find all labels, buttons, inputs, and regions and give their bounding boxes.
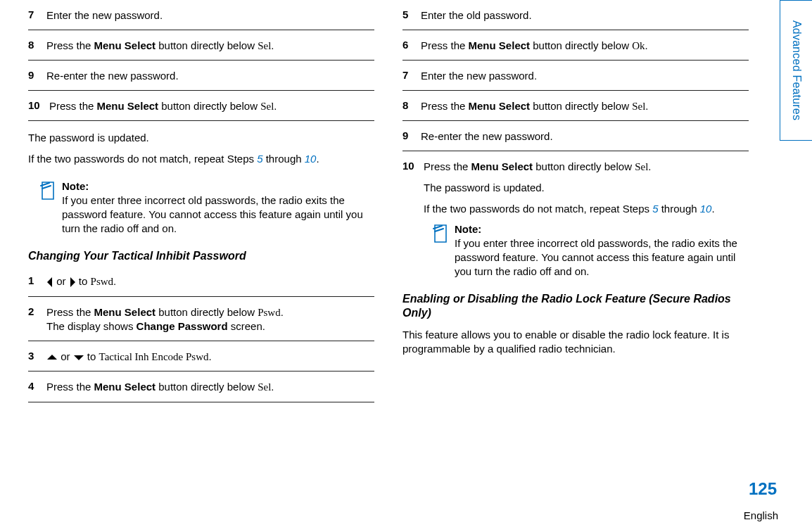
step-number: 7 (28, 8, 46, 20)
up-arrow-icon (46, 354, 58, 361)
step-text: or to Tactical Inh Encode Pswd. (46, 350, 374, 364)
svg-marker-1 (70, 277, 75, 287)
section-title: Changing Your Tactical Inhibit Password (28, 245, 374, 267)
step-number: 8 (402, 99, 421, 111)
step-number: 3 (28, 350, 46, 362)
step-text: Re-enter the new password. (46, 69, 374, 83)
note-title: Note: (455, 223, 481, 235)
step-row: 4 Press the Menu Select button directly … (28, 372, 374, 402)
step-text: Enter the new password. (46, 8, 374, 23)
note-block: Note: If you enter three incorrect old p… (402, 217, 749, 288)
side-tab: Advanced Features (780, 0, 812, 141)
language-label: English (744, 509, 778, 521)
step-row: 8 Press the Menu Select button directly … (28, 30, 374, 61)
mismatch-text: If the two passwords do not match, repea… (28, 152, 374, 166)
after-steps: The password is updated. If the two pass… (28, 121, 374, 174)
step-number: 2 (28, 305, 46, 317)
note-icon (431, 222, 455, 246)
step-text: or to Pswd. (46, 274, 374, 289)
step-text: Press the Menu Select button directly be… (46, 39, 374, 53)
step-row: 9 Re-enter the new password. (28, 61, 374, 91)
svg-marker-3 (74, 355, 84, 360)
step-text: Press the Menu Select button directly be… (421, 39, 749, 53)
step-number: 1 (28, 274, 46, 286)
step-row: 9 Re-enter the new password. (402, 121, 749, 151)
step-link[interactable]: 5 (652, 203, 658, 215)
step-number: 10 (28, 99, 49, 111)
svg-marker-2 (47, 355, 57, 360)
step-row: 6 Press the Menu Select button directly … (402, 30, 749, 61)
step-row: 10 Press the Menu Select button directly… (402, 151, 749, 288)
step-link[interactable]: 10 (305, 153, 317, 165)
svg-marker-0 (47, 277, 52, 287)
left-column: 7 Enter the new password. 8 Press the Me… (28, 0, 388, 527)
note-body: If you enter three incorrect old passwor… (62, 194, 363, 235)
left-arrow-icon (46, 277, 53, 288)
step-row: 10 Press the Menu Select button directly… (28, 91, 374, 122)
step-number: 5 (402, 8, 421, 20)
down-arrow-icon (73, 354, 84, 361)
page-number: 125 (749, 479, 777, 499)
side-tab-label: Advanced Features (790, 20, 803, 120)
step-text: Press the Menu Select button directly be… (46, 380, 374, 395)
step-number: 8 (28, 39, 46, 51)
step-result-block: The password is updated. If the two pass… (402, 181, 749, 217)
result-text: The password is updated. (28, 131, 374, 145)
step-text: Press the Menu Select button directly be… (421, 99, 749, 114)
step-number: 6 (402, 39, 421, 51)
right-column: 5 Enter the old password. 6 Press the Me… (388, 0, 770, 527)
step-row: 8 Press the Menu Select button directly … (402, 91, 749, 122)
section-paragraph: This feature allows you to enable or dis… (402, 324, 749, 364)
step-text: Re-enter the new password. (421, 129, 749, 144)
note-icon (38, 179, 62, 203)
section-title: Enabling or Disabling the Radio Lock Fea… (402, 288, 749, 324)
step-row: 5 Enter the old password. (402, 0, 749, 30)
step-row: 1 or to Pswd. (28, 266, 374, 297)
step-number: 7 (402, 69, 421, 81)
step-row: 3 or to Tactical Inh Encode Pswd. (28, 341, 374, 372)
step-number: 9 (28, 69, 46, 81)
step-link[interactable]: 5 (257, 153, 262, 165)
step-text: Press the Menu Select button directly be… (49, 99, 374, 114)
step-row: 7 Enter the new password. (28, 0, 374, 30)
step-row: 7 Enter the new password. (402, 61, 749, 91)
step-number: 9 (402, 129, 421, 141)
mismatch-text: If the two passwords do not match, repea… (424, 202, 749, 216)
step-number: 10 (402, 160, 424, 174)
step-text: Press the Menu Select button directly be… (424, 160, 749, 174)
note-block: Note: If you enter three incorrect old p… (28, 174, 374, 245)
step-number: 4 (28, 380, 46, 392)
step-text: Press the Menu Select button directly be… (46, 305, 374, 334)
step-text: Enter the old password. (421, 8, 749, 23)
step-link[interactable]: 10 (700, 203, 712, 215)
step-text: Enter the new password. (421, 69, 749, 83)
result-text: The password is updated. (424, 181, 749, 195)
right-arrow-icon (69, 277, 76, 288)
step-row: 2 Press the Menu Select button directly … (28, 297, 374, 341)
note-title: Note: (62, 180, 89, 192)
note-body: If you enter three incorrect old passwor… (455, 237, 737, 278)
